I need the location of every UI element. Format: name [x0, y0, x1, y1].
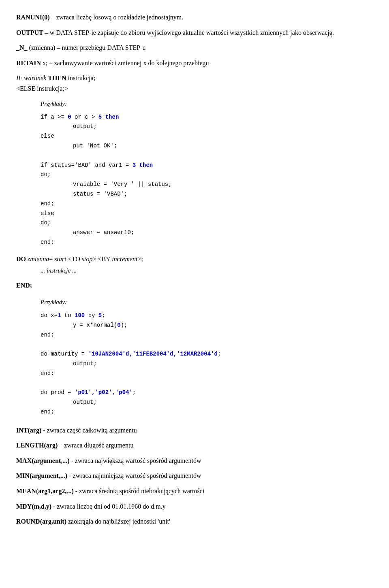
code-line-7: vraiable = 'Very ' || status; — [73, 180, 373, 190]
mean-function: MEAN(arg1,arg2,...) - zwraca średnią spo… — [16, 486, 373, 496]
length-function: LENGTH(arg) – zwraca długość argumentu — [16, 440, 373, 451]
length-keyword: LENGTH(arg) — [16, 442, 58, 449]
ranuni-text: – zwraca liczbę losową o rozkładzie jedn… — [51, 14, 184, 21]
do-dots-text: ... instrukcje ... — [41, 267, 77, 274]
int-function: INT(arg) - zwraca część całkowitą argume… — [16, 425, 373, 436]
code2-space1 — [41, 340, 373, 349]
code-line-9: end; — [41, 199, 373, 209]
do-section: DO zmienna= start <TO stop> <BY incremen… — [16, 254, 373, 264]
min-text: - zwraca najmniejszą wartość spośród arg… — [69, 472, 201, 479]
max-text: - zwraca największą wartość spośród argu… — [71, 457, 201, 464]
code2-line-8: output; — [73, 398, 373, 407]
code-line-2: output; — [73, 122, 373, 132]
code-line-6: do; — [41, 170, 373, 180]
mean-keyword: MEAN(arg1,arg2,...) — [16, 488, 74, 494]
min-function: MIN(argument,...) - zwraca najmniejszą w… — [16, 471, 373, 481]
retain-text: x; – zachowywanie wartości zmiennej x do… — [43, 60, 209, 66]
do-instructions: ... instrukcje ... — [41, 266, 373, 275]
retain-keyword: RETAIN — [16, 60, 41, 66]
code-line-space1 — [41, 151, 373, 161]
min-keyword: MIN(argument,...) — [16, 472, 67, 479]
code2-line-6: end; — [41, 369, 373, 379]
ranuni-section: RANUNI(0) – zwraca liczbę losową o rozkł… — [16, 12, 373, 23]
do-text: zmienna= start <TO stop> <BY increment>; — [28, 256, 143, 262]
code-line-11: do; — [41, 218, 373, 228]
mdy-function: MDY(m,d,y) - zwraca liczbę dni od 01.01.… — [16, 501, 373, 512]
functions-section: INT(arg) - zwraca część całkowitą argume… — [16, 425, 373, 527]
end-keyword: END; — [16, 282, 32, 289]
do-keyword: DO — [16, 256, 26, 262]
code2-line-1: do x=1 to 100 by 5; — [41, 311, 373, 321]
length-text: – zwraca długość argumentu — [59, 442, 133, 449]
else-text: <ELSE instrukcja;> — [16, 85, 68, 92]
examples-label-2: Przykłady: — [41, 297, 373, 307]
code-line-4: put 'Not OK'; — [73, 141, 373, 151]
mdy-text: - zwraca liczbę dni od 01.01.1960 do d.m… — [53, 503, 166, 510]
code2-line-2: y = x*normal(0); — [73, 321, 373, 330]
if-italic: IF warunek — [16, 75, 48, 81]
if-then-section: IF warunek THEN instrukcja; <ELSE instru… — [16, 73, 373, 94]
code-block-1: if a >= 0 or c > 5 then output; else put… — [41, 113, 373, 247]
page-container: RANUNI(0) – zwraca liczbę losową o rozkł… — [16, 12, 373, 527]
code2-space2 — [41, 378, 373, 388]
round-function: ROUND(arg,unit) zaokrągla do najbliższej… — [16, 516, 373, 527]
code-line-1: if a >= 0 or c > 5 then — [41, 113, 373, 122]
then-text: instrukcja; — [66, 75, 96, 81]
code-line-5: if status='BAD' and var1 = 3 then — [41, 161, 373, 170]
max-function: MAX(argument,...) - zwraca największą wa… — [16, 456, 373, 466]
output-keyword: OUTPUT — [16, 29, 43, 36]
round-text: zaokrągla do najbliższej jednostki 'unit… — [68, 518, 170, 525]
code-block-2: do x=1 to 100 by 5; y = x*normal(0); end… — [41, 311, 373, 417]
code-line-13: end; — [41, 238, 373, 247]
end-keyword-section: END; — [16, 280, 373, 291]
or-keyword: or — [75, 114, 81, 120]
code2-line-7: do prod = 'p01','p02','p04'; — [41, 388, 373, 398]
output-section: OUTPUT – w DATA STEP-ie zapisuje do zbio… — [16, 28, 373, 38]
then-keyword: THEN — [48, 75, 66, 81]
output-text: – w DATA STEP-ie zapisuje do zbioru wyjś… — [45, 29, 334, 36]
mdy-keyword: MDY(m,d,y) — [16, 503, 51, 510]
n-text: (zmienna) – numer przebiegu DATA STEP-u — [29, 44, 146, 51]
round-keyword: ROUND(arg,unit) — [16, 518, 66, 525]
code-line-3: else — [41, 132, 373, 141]
code2-line-5: output; — [73, 359, 373, 369]
n-keyword: _N_ — [16, 44, 28, 51]
code-line-12: answer = answer10; — [73, 228, 373, 238]
code-line-8: status = 'VBAD'; — [73, 190, 373, 199]
code2-line-3: end; — [41, 330, 373, 340]
code-line-10: else — [41, 209, 373, 219]
examples-label-1: Przykłady: — [41, 99, 373, 109]
mean-text: - zwraca średnią spośród niebrakujących … — [75, 488, 205, 494]
code2-line-9: end; — [41, 407, 373, 417]
ranuni-keyword: RANUNI(0) — [16, 14, 50, 21]
max-keyword: MAX(argument,...) — [16, 457, 70, 464]
code2-line-4: do maturity = '10JAN2004'd,'11FEB2004'd,… — [41, 349, 373, 359]
int-keyword: INT(arg) — [16, 427, 41, 434]
retain-section: RETAIN x; – zachowywanie wartości zmienn… — [16, 58, 373, 68]
n-retain-section: _N_ (zmienna) – numer przebiegu DATA STE… — [16, 43, 373, 53]
int-text: - zwraca część całkowitą argumentu — [43, 427, 137, 434]
